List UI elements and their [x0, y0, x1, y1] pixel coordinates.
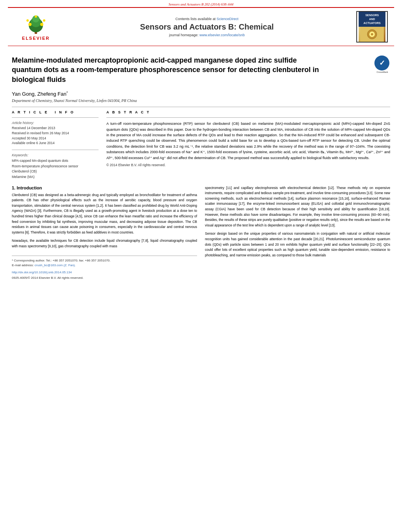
- author-names: Yan Gong, Zhefeng Fan*: [12, 91, 68, 97]
- paper-title: Melamine-modulated mercaptopropionic aci…: [12, 56, 319, 84]
- article-history-block: Article history: Received 14 December 20…: [12, 121, 99, 146]
- svg-point-6: [26, 19, 29, 22]
- page-wrapper: Sensors and Actuators B 202 (2014) 638–6…: [0, 0, 402, 532]
- sensors-logo-text: SENSORSANDACTUATORS: [360, 13, 384, 25]
- homepage-link[interactable]: www.elsevier.com/locate/snb: [199, 33, 245, 37]
- svg-point-8: [35, 15, 37, 18]
- accepted-date: Accepted 30 May 2014: [12, 136, 99, 141]
- keyword-2: Room-temperature phosphorescence sensor: [12, 164, 99, 169]
- article-info-column: A R T I C L E I N F O Article history: R…: [12, 110, 99, 180]
- journal-main-title: Sensors and Actuators B: Chemical: [65, 22, 348, 32]
- sensors-logo-inner: SENSORSANDACTUATORS: [359, 12, 385, 26]
- copyright-line: © 2014 Elsevier B.V. All rights reserved…: [106, 163, 390, 167]
- abstract-heading: A B S T R A C T: [106, 110, 390, 114]
- journal-homepage: journal homepage: www.elsevier.com/locat…: [65, 33, 348, 37]
- keyword-4: Melamine (MA): [12, 174, 99, 180]
- contents-available-text: Contents lists available at ScienceDirec…: [65, 17, 348, 21]
- elsevier-brand-text: ELSEVIER: [22, 36, 50, 41]
- svg-point-12: [371, 33, 373, 35]
- crossmark-icon: ✓: [374, 56, 389, 70]
- available-date: Available online 6 June 2014: [12, 141, 99, 146]
- abstract-column: A B S T R A C T A turn-off room-temperat…: [106, 110, 390, 180]
- abstract-text: A turn-off room-temperature phosphoresce…: [106, 121, 390, 161]
- section1-title: 1. Introduction: [12, 185, 197, 190]
- journal-citation-text: Sensors and Actuators B 202 (2014) 638–6…: [169, 2, 233, 6]
- svg-point-4: [28, 23, 32, 26]
- keyword-1: MPA-capped Mn-doped quantum dots: [12, 158, 99, 164]
- footnote-email-label: E-mail address:: [12, 263, 34, 267]
- divider-abstract: [106, 117, 390, 118]
- affiliation: Department of Chemistry, Shanxi Normal U…: [12, 98, 390, 103]
- authors: Yan Gong, Zhefeng Fan*: [12, 91, 390, 97]
- keywords-block: Keywords: MPA-capped Mn-doped quantum do…: [12, 153, 99, 180]
- issn-line: 0925-4005/© 2014 Elsevier B.V. All right…: [12, 276, 197, 280]
- article-history-label: Article history:: [12, 121, 99, 125]
- article-info-heading: A R T I C L E I N F O: [12, 110, 99, 114]
- footnote-star-line: * Corresponding author. Tel.: +86 357 20…: [12, 258, 197, 263]
- sensors-actuators-logo: SENSORSANDACTUATORS: [356, 11, 388, 43]
- svg-point-5: [40, 23, 43, 26]
- svg-point-7: [43, 19, 45, 22]
- footnote-star-text: * Corresponding author. Tel.: +86 357 20…: [12, 259, 110, 262]
- body-right-column: spectrometry [11] and capillary electrop…: [205, 185, 390, 280]
- section1-left-text-2: Nowadays, the available techniques for C…: [12, 238, 197, 249]
- elsevier-tree-icon: [22, 13, 50, 35]
- elsevier-logo: ELSEVIER: [14, 13, 58, 41]
- divider-1: [12, 107, 390, 107]
- received-date: Received 14 December 2013: [12, 126, 99, 131]
- footnote-email-link[interactable]: crush_bc@163.com (Z. Fan).: [35, 263, 76, 267]
- keyword-3: Clenbuterol (CB): [12, 169, 99, 174]
- svg-text:✓: ✓: [379, 59, 385, 67]
- revised-date: Received in revised form 26 May 2014: [12, 131, 99, 136]
- section1-right-text-2: Sensor design based on the unique proper…: [205, 231, 390, 258]
- journal-citation-bar: Sensors and Actuators B 202 (2014) 638–6…: [0, 0, 402, 7]
- article-info-abstract-section: A R T I C L E I N F O Article history: R…: [12, 110, 390, 180]
- body-two-col: 1. Introduction Clenbuterol (CB) was des…: [12, 185, 390, 280]
- crossmark-badge: ✓ CrossMark: [374, 56, 390, 71]
- body-left-column: 1. Introduction Clenbuterol (CB) was des…: [12, 185, 197, 280]
- keywords-label: Keywords:: [12, 153, 99, 157]
- divider-keywords: [12, 150, 99, 150]
- doi-link[interactable]: http://dx.doi.org/10.1016/j.snb.2014.05.…: [12, 271, 72, 274]
- paper-content: Melamine-modulated mercaptopropionic aci…: [0, 46, 402, 284]
- sensors-logo-image: [359, 27, 385, 42]
- divider-info: [12, 117, 99, 118]
- footnote-area: * Corresponding author. Tel.: +86 357 20…: [12, 256, 197, 280]
- journal-header: ELSEVIER Contents lists available at Sci…: [8, 7, 394, 46]
- footnote-email-line: E-mail address: crush_bc@163.com (Z. Fan…: [12, 263, 197, 268]
- sciencedirect-link[interactable]: ScienceDirect: [217, 17, 239, 21]
- journal-title-center: Contents lists available at ScienceDirec…: [58, 17, 356, 37]
- section1-right-text: spectrometry [11] and capillary electrop…: [205, 185, 390, 228]
- section1-left-text: Clenbuterol (CB) was designed as a beta-…: [12, 193, 197, 235]
